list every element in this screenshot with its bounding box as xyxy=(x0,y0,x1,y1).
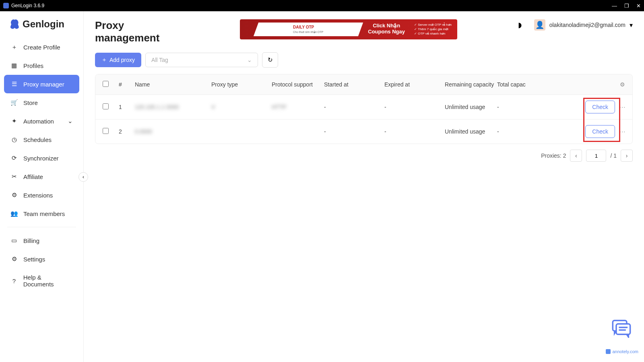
minimize-button[interactable]: — xyxy=(612,3,617,9)
sidebar-item-help[interactable]: ? Help & Documents xyxy=(4,268,79,293)
more-icon[interactable]: ⋯ xyxy=(619,103,625,111)
proxy-icon: ☰ xyxy=(10,80,18,88)
sync-icon: ⟳ xyxy=(10,154,18,162)
page-total: / 1 xyxy=(610,152,617,159)
gear-icon: ⚙ xyxy=(10,255,18,263)
sidebar-item-profiles[interactable]: ▦ Profiles xyxy=(4,56,79,75)
automation-icon: ✦ xyxy=(10,117,18,125)
sidebar-item-proxy-manager[interactable]: ☰ Proxy manager xyxy=(4,75,79,93)
sidebar-item-label: Schedules xyxy=(23,136,52,143)
page-input[interactable] xyxy=(586,150,606,162)
row-checkbox[interactable] xyxy=(103,103,109,109)
window-titlebar: GenLogin 3.6.9 — ❐ ✕ xyxy=(0,0,644,11)
row-started: - xyxy=(324,104,384,110)
plus-icon: ＋ xyxy=(101,56,107,64)
dark-mode-toggle[interactable]: ◗ xyxy=(518,21,527,29)
sidebar-item-team[interactable]: 👥 Team members xyxy=(4,204,79,223)
sidebar-item-label: Settings xyxy=(23,256,45,263)
col-total: Total capac xyxy=(497,81,533,88)
next-page-button[interactable]: › xyxy=(621,150,633,162)
chevron-down-icon: ⌄ xyxy=(68,117,73,125)
puzzle-icon: ⚙ xyxy=(10,191,18,199)
col-started: Started at xyxy=(324,81,384,88)
sidebar-item-label: Extensions xyxy=(23,192,53,199)
sidebar-divider xyxy=(7,227,76,227)
check-button[interactable]: Check xyxy=(585,101,615,113)
promo-banner[interactable]: DAILY OTP Cho thuê sim nhận OTP Click Nh… xyxy=(240,19,457,39)
col-expired: Expired at xyxy=(384,81,445,88)
sidebar-item-affiliate[interactable]: ✂ Affiliate xyxy=(4,167,79,186)
add-proxy-button[interactable]: ＋ Add proxy xyxy=(95,53,141,67)
row-expired: - xyxy=(384,104,445,110)
col-type: Proxy type xyxy=(211,81,272,88)
pagination: Proxies: 2 ‹ / 1 › xyxy=(95,150,633,162)
sidebar-item-store[interactable]: 🛒 Store xyxy=(4,93,79,112)
sidebar-item-schedules[interactable]: ◷ Schedules xyxy=(4,130,79,149)
plus-icon: ＋ xyxy=(10,43,18,51)
proxy-table: # Name Proxy type Protocol support Start… xyxy=(95,74,633,144)
sidebar-collapse-button[interactable]: ‹ xyxy=(78,172,88,182)
check-button[interactable]: Check xyxy=(585,125,615,138)
sidebar-item-extensions[interactable]: ⚙ Extensions xyxy=(4,186,79,204)
maximize-button[interactable]: ❐ xyxy=(624,3,629,9)
avatar: 👤 xyxy=(534,19,545,31)
row-name: 120.100.1.1 0000 xyxy=(135,104,211,110)
row-total: - xyxy=(497,104,533,110)
help-icon: ? xyxy=(10,277,18,284)
user-email: olakitanoladimeji2@gmail.com xyxy=(549,22,625,28)
annotely-watermark: annotely.com xyxy=(606,349,638,354)
table-header: # Name Proxy type Protocol support Start… xyxy=(95,74,632,95)
row-num: 2 xyxy=(119,128,135,135)
col-remaining: Remaining capacity xyxy=(445,81,497,88)
sidebar-item-label: Profiles xyxy=(23,62,43,69)
row-total: - xyxy=(497,128,533,135)
sidebar-item-label: Store xyxy=(23,99,38,106)
more-icon[interactable]: ⋯ xyxy=(619,128,625,136)
affiliate-icon: ✂ xyxy=(10,173,18,180)
tag-filter-select[interactable]: All Tag ⌄ xyxy=(145,53,258,67)
sidebar-item-settings[interactable]: ⚙ Settings xyxy=(4,250,79,268)
table-row: 1 120.100.1.1 0000 V HTTP - - Unlimited … xyxy=(95,95,632,119)
svg-rect-1 xyxy=(616,324,630,334)
sidebar-item-label: Team members xyxy=(23,210,65,217)
table-row: 2 0.0000 - - Unlimited usage - Check ⋯ xyxy=(95,119,632,144)
row-name: 0.0000 xyxy=(135,128,211,135)
add-proxy-label: Add proxy xyxy=(109,57,135,63)
col-num: # xyxy=(119,81,135,88)
sidebar-item-synchronizer[interactable]: ⟳ Synchronizer xyxy=(4,149,79,167)
row-checkbox[interactable] xyxy=(103,128,109,134)
card-icon: ▭ xyxy=(10,237,18,244)
sidebar-item-create-profile[interactable]: ＋ Create Profile xyxy=(4,38,79,56)
grid-icon: ▦ xyxy=(10,62,18,69)
row-remaining: Unlimited usage xyxy=(445,104,497,110)
sidebar-item-label: Proxy manager xyxy=(23,81,64,88)
sidebar-item-label: Help & Documents xyxy=(23,274,73,288)
proxy-count: Proxies: 2 xyxy=(541,152,566,159)
tag-placeholder: All Tag xyxy=(151,57,168,63)
row-num: 1 xyxy=(119,104,135,110)
refresh-button[interactable]: ↻ xyxy=(262,52,278,68)
sidebar-item-label: Affiliate xyxy=(23,173,43,180)
sidebar-item-label: Billing xyxy=(23,237,39,244)
clock-icon: ◷ xyxy=(10,136,18,143)
sidebar-item-billing[interactable]: ▭ Billing xyxy=(4,231,79,250)
chevron-down-icon: ▾ xyxy=(630,21,633,29)
logo: Genlogin xyxy=(4,19,79,38)
sidebar-item-label: Create Profile xyxy=(23,44,60,51)
col-protocol: Protocol support xyxy=(272,81,324,88)
row-expired: - xyxy=(384,128,445,135)
prev-page-button[interactable]: ‹ xyxy=(570,150,582,162)
sidebar: Genlogin ＋ Create Profile ▦ Profiles ☰ P… xyxy=(0,11,84,362)
table-settings-icon[interactable]: ⚙ xyxy=(620,81,625,88)
sidebar-item-automation[interactable]: ✦ Automation ⌄ xyxy=(4,112,79,130)
select-all-checkbox[interactable] xyxy=(103,81,109,87)
user-menu[interactable]: 👤 olakitanoladimeji2@gmail.com ▾ xyxy=(534,19,633,31)
page-title: Proxy management xyxy=(95,19,184,44)
chat-icon[interactable] xyxy=(611,317,632,338)
cart-icon: 🛒 xyxy=(10,99,18,106)
sidebar-item-label: Synchronizer xyxy=(23,155,59,162)
window-title: GenLogin 3.6.9 xyxy=(11,3,44,8)
row-type: V xyxy=(211,104,272,110)
close-button[interactable]: ✕ xyxy=(636,3,641,9)
row-remaining: Unlimited usage xyxy=(445,128,497,135)
